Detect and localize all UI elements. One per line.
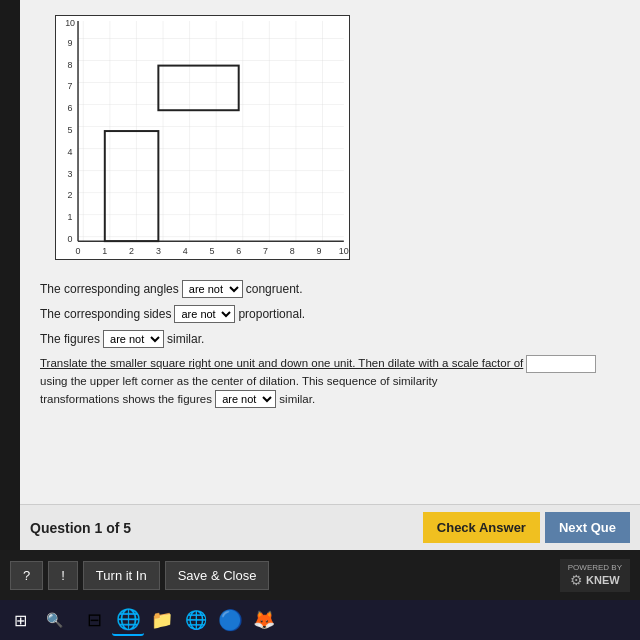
brand-label: KNEW [586, 574, 620, 586]
translate-line3-suffix: similar. [279, 393, 315, 405]
question-sides-line: The corresponding sides are not are prop… [40, 305, 620, 323]
taskbar-app-taskview[interactable]: ⊟ [78, 604, 110, 636]
svg-text:2: 2 [129, 246, 134, 256]
svg-text:5: 5 [68, 125, 73, 135]
next-question-button[interactable]: Next Que [545, 512, 630, 543]
svg-text:8: 8 [68, 60, 73, 70]
figures-select[interactable]: are not are [103, 330, 164, 348]
svg-text:2: 2 [68, 190, 73, 200]
translate-similar-select[interactable]: are not are [215, 390, 276, 408]
sides-prefix: The corresponding sides [40, 307, 171, 321]
sides-suffix: proportional. [238, 307, 305, 321]
svg-text:9: 9 [317, 246, 322, 256]
svg-text:4: 4 [183, 246, 188, 256]
taskbar-apps: ⊟ 🌐 📁 🌐 🔵 🦊 [78, 604, 280, 636]
question-figures-line: The figures are not are similar. [40, 330, 620, 348]
angles-select[interactable]: are not are [182, 280, 243, 298]
taskbar-app-firefox[interactable]: 🦊 [248, 604, 280, 636]
translate-line2: using the upper left corner as the cente… [40, 375, 437, 387]
turn-it-in-button[interactable]: Turn it In [83, 561, 160, 590]
svg-text:7: 7 [68, 81, 73, 91]
svg-text:1: 1 [68, 212, 73, 222]
svg-text:3: 3 [68, 169, 73, 179]
action-buttons: Check Answer Next Que [423, 512, 630, 543]
svg-text:6: 6 [68, 103, 73, 113]
svg-text:1: 1 [102, 246, 107, 256]
svg-text:7: 7 [263, 246, 268, 256]
grid-container: 0 1 2 3 4 5 6 7 8 9 10 0 1 2 3 4 5 6 7 [55, 15, 350, 260]
question-angles-line: The corresponding angles are not are con… [40, 280, 620, 298]
taskbar-app-explorer[interactable]: 📁 [146, 604, 178, 636]
taskbar-app-chrome[interactable]: 🔵 [214, 604, 246, 636]
svg-text:9: 9 [68, 38, 73, 48]
svg-text:0: 0 [76, 246, 81, 256]
question-mark-button[interactable]: ? [10, 561, 43, 590]
angles-suffix: congruent. [246, 282, 303, 296]
taskbar-app-edge[interactable]: 🌐 [112, 604, 144, 636]
windows-taskbar: ⊞ 🔍 ⊟ 🌐 📁 🌐 🔵 🦊 [0, 600, 640, 640]
svg-text:0: 0 [68, 234, 73, 244]
start-button[interactable]: ⊞ [5, 605, 35, 635]
questions-area: The corresponding angles are not are con… [35, 280, 625, 409]
translate-line3-prefix: transformations shows the figures [40, 393, 212, 405]
svg-text:6: 6 [236, 246, 241, 256]
svg-text:10: 10 [339, 246, 349, 256]
coordinate-grid: 0 1 2 3 4 5 6 7 8 9 10 0 1 2 3 4 5 6 7 [56, 16, 349, 259]
powered-by-badge: POWERED BY ⚙ KNEW [560, 559, 630, 592]
figures-prefix: The figures [40, 332, 100, 346]
taskbar-app-ie[interactable]: 🌐 [180, 604, 212, 636]
translate-block: Translate the smaller square right one u… [40, 355, 620, 409]
main-content: 0 1 2 3 4 5 6 7 8 9 10 0 1 2 3 4 5 6 7 [20, 0, 640, 550]
svg-text:4: 4 [68, 147, 73, 157]
translate-underline-text: Translate the smaller square right one u… [40, 357, 523, 369]
exclamation-button[interactable]: ! [48, 561, 78, 590]
sides-select[interactable]: are not are [174, 305, 235, 323]
angles-prefix: The corresponding angles [40, 282, 179, 296]
app-toolbar: ? ! Turn it In Save & Close POWERED BY ⚙… [0, 550, 640, 600]
svg-text:3: 3 [156, 246, 161, 256]
bottom-bar: Question 1 of 5 Check Answer Next Que [20, 504, 640, 550]
powered-by-label: POWERED BY [568, 563, 622, 572]
svg-text:10: 10 [65, 18, 75, 28]
svg-text:5: 5 [209, 246, 214, 256]
question-counter: Question 1 of 5 [30, 520, 131, 536]
figures-suffix: similar. [167, 332, 204, 346]
search-button[interactable]: 🔍 [39, 605, 69, 635]
chart-area: 0 1 2 3 4 5 6 7 8 9 10 0 1 2 3 4 5 6 7 [55, 15, 365, 270]
check-answer-button[interactable]: Check Answer [423, 512, 540, 543]
save-close-button[interactable]: Save & Close [165, 561, 270, 590]
svg-text:8: 8 [290, 246, 295, 256]
scale-factor-input[interactable] [526, 355, 596, 373]
